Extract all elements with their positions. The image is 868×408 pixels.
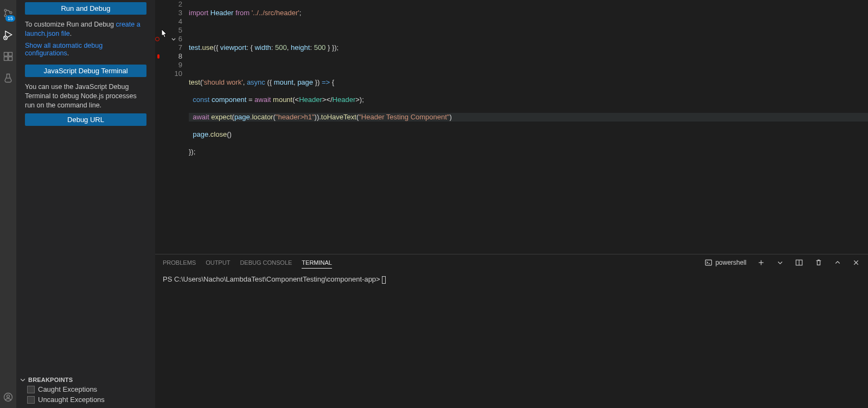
split-terminal-button[interactable] xyxy=(794,259,804,266)
terminal-body[interactable]: PS C:\Users\Nacho\LambdaTest\ComponentTe… xyxy=(155,271,868,408)
activity-item-source-control[interactable]: 15 xyxy=(0,2,16,24)
line-number-gutter: 2 3 4 5 6 7 8 9 10 xyxy=(164,0,187,254)
svg-rect-6 xyxy=(4,57,8,61)
debug-url-button[interactable]: Debug URL xyxy=(25,113,146,126)
uncaught-exceptions-item[interactable]: Uncaught Exceptions xyxy=(16,394,155,405)
activity-item-testing[interactable] xyxy=(0,67,16,89)
tab-terminal[interactable]: TERMINAL xyxy=(302,257,332,269)
run-and-debug-label: Run and Debug xyxy=(61,4,110,12)
breakpoint-column[interactable] xyxy=(155,0,164,254)
chevron-down-icon xyxy=(777,259,783,266)
breakpoint-unverified[interactable] xyxy=(155,37,159,41)
breakpoint[interactable] xyxy=(157,54,159,59)
activity-bar: 15 xyxy=(0,0,16,408)
chevron-down-icon[interactable] xyxy=(171,36,176,42)
trash-icon xyxy=(815,259,822,266)
show-all-configs-link[interactable]: Show all automatic debug configurations. xyxy=(25,42,146,57)
customize-text: To customize Run and Debug create a laun… xyxy=(25,20,146,39)
run-debug-sidebar: Run and Debug To customize Run and Debug… xyxy=(16,0,155,408)
tab-output[interactable]: OUTPUT xyxy=(206,257,230,268)
terminal-dropdown-button[interactable] xyxy=(776,259,784,266)
code-content[interactable]: import Header from '../../src/header'; t… xyxy=(187,0,868,254)
svg-point-0 xyxy=(4,9,7,11)
terminal-cursor xyxy=(382,276,386,284)
svg-rect-7 xyxy=(9,57,12,61)
svg-rect-8 xyxy=(9,53,12,56)
maximize-panel-button[interactable] xyxy=(833,259,842,266)
testing-icon xyxy=(3,73,14,84)
plus-icon xyxy=(757,259,765,266)
show-all-text: Show all automatic debug configurations xyxy=(25,42,103,57)
caught-exceptions-item[interactable]: Caught Exceptions xyxy=(16,384,155,394)
customize-prefix: To customize Run and Debug xyxy=(25,21,116,28)
extensions-icon xyxy=(3,51,14,62)
debug-url-label: Debug URL xyxy=(67,116,104,124)
editor-area: 2 3 4 5 6 7 8 9 10 import Header from '.… xyxy=(155,0,868,408)
terminal-kind[interactable]: powershell xyxy=(705,259,746,266)
caught-exceptions-label: Caught Exceptions xyxy=(38,385,97,393)
activity-item-accounts[interactable] xyxy=(0,386,16,408)
run-debug-icon xyxy=(3,29,14,40)
run-and-debug-button[interactable]: Run and Debug xyxy=(25,2,146,15)
kill-terminal-button[interactable] xyxy=(814,259,824,266)
tab-debug-console[interactable]: DEBUG CONSOLE xyxy=(240,257,292,268)
terminal-icon xyxy=(705,259,712,266)
terminal-prompt: PS C:\Users\Nacho\LambdaTest\ComponentTe… xyxy=(163,275,382,283)
activity-item-extensions[interactable] xyxy=(0,46,16,67)
customize-suffix: . xyxy=(70,30,72,37)
tab-problems[interactable]: PROBLEMS xyxy=(163,257,196,268)
close-icon xyxy=(853,259,859,266)
activity-item-run-debug[interactable] xyxy=(0,24,16,46)
js-debug-terminal-label: JavaScript Debug Terminal xyxy=(43,67,127,75)
bottom-panel: PROBLEMS OUTPUT DEBUG CONSOLE TERMINAL p… xyxy=(155,254,868,408)
breakpoints-title: BREAKPOINTS xyxy=(28,377,73,383)
new-terminal-button[interactable] xyxy=(756,259,766,266)
caught-exceptions-checkbox[interactable] xyxy=(27,386,35,393)
svg-point-10 xyxy=(7,395,10,398)
root: 15 Run and Debug To customize Run and De… xyxy=(0,0,868,408)
show-all-suffix: . xyxy=(67,49,69,57)
uncaught-exceptions-checkbox[interactable] xyxy=(27,396,35,404)
chevron-up-icon xyxy=(834,259,841,266)
split-icon xyxy=(795,259,803,266)
svg-rect-5 xyxy=(4,53,8,56)
accounts-icon xyxy=(3,392,14,403)
breakpoints-section-header[interactable]: BREAKPOINTS xyxy=(16,375,155,384)
close-panel-button[interactable] xyxy=(852,259,860,266)
uncaught-exceptions-label: Uncaught Exceptions xyxy=(38,396,105,404)
js-debug-terminal-desc: You can use the JavaScript Debug Termina… xyxy=(25,82,146,110)
js-debug-terminal-button[interactable]: JavaScript Debug Terminal xyxy=(25,65,146,77)
source-control-badge: 15 xyxy=(5,15,15,22)
chevron-down-icon xyxy=(20,377,26,383)
terminal-kind-label: powershell xyxy=(716,259,746,266)
code-editor[interactable]: 2 3 4 5 6 7 8 9 10 import Header from '.… xyxy=(155,0,868,254)
panel-tabs: PROBLEMS OUTPUT DEBUG CONSOLE TERMINAL p… xyxy=(155,254,868,271)
svg-rect-11 xyxy=(705,260,711,265)
